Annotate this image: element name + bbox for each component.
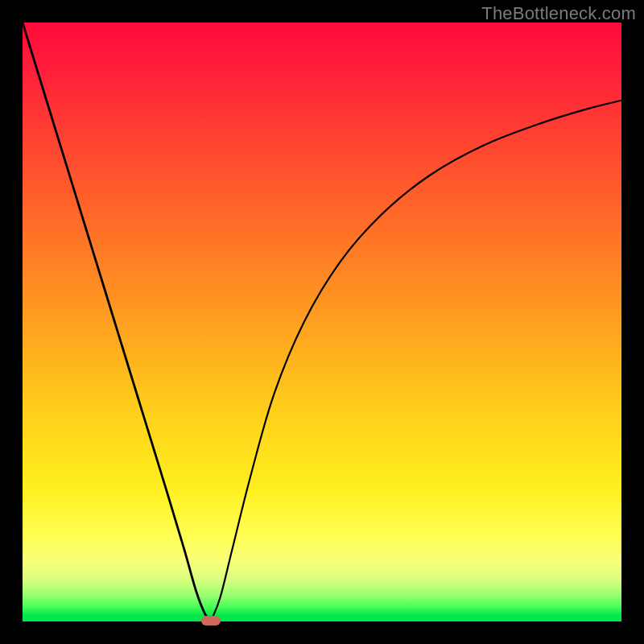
curve-svg bbox=[23, 23, 621, 621]
curve-left bbox=[23, 23, 211, 621]
plot-area bbox=[23, 23, 621, 621]
watermark-text: TheBottleneck.com bbox=[481, 3, 636, 24]
chart-frame: TheBottleneck.com bbox=[0, 0, 644, 644]
min-marker bbox=[201, 616, 221, 625]
curve-right bbox=[211, 101, 621, 621]
